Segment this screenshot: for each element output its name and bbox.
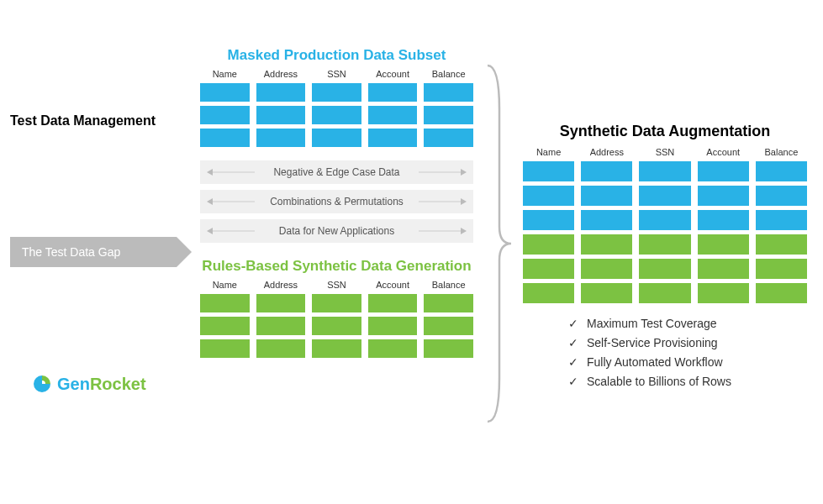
table-row [523, 210, 807, 230]
benefit-item: Scalable to Billions of Rows [568, 375, 807, 388]
gap-item: Data for New Applications [200, 219, 473, 243]
table-row [200, 339, 473, 358]
col-header: Name [200, 280, 250, 290]
col-header: Account [368, 69, 418, 79]
table-row [523, 283, 807, 303]
table-row [200, 83, 473, 102]
gap-item: Negative & Edge Case Data [200, 160, 473, 184]
diagram-container: Test Data Management The Test Data Gap G… [0, 0, 823, 504]
augmentation-title: Synthetic Data Augmentation [523, 123, 807, 140]
genrocket-logo: GenRocket [32, 374, 146, 394]
col-header: SSN [639, 147, 690, 157]
table-row [200, 129, 473, 147]
col-header: Name [200, 69, 250, 79]
gap-items-list: Negative & Edge Case Data Combinations &… [200, 160, 473, 243]
benefit-item: Self-Service Provisioning [568, 336, 807, 349]
synthetic-gen-table: Name Address SSN Account Balance [200, 280, 473, 358]
benefits-list: Maximum Test Coverage Self-Service Provi… [568, 317, 807, 388]
genrocket-icon [32, 374, 52, 394]
table-row [523, 161, 807, 181]
brace-icon [481, 59, 514, 428]
table-row [523, 234, 807, 255]
col-header: Balance [424, 69, 473, 79]
augmentation-table: Name Address SSN Account Balance [523, 147, 807, 303]
benefit-item: Maximum Test Coverage [568, 317, 807, 330]
masked-data-title: Masked Production Data Subset [200, 47, 473, 64]
col-header: Address [581, 147, 632, 157]
benefit-item: Fully Automated Workflow [568, 355, 807, 369]
col-header: Account [368, 280, 418, 290]
test-data-gap-arrow: The Test Data Gap [10, 237, 177, 267]
col-header: SSN [312, 69, 361, 79]
masked-data-table: Name Address SSN Account Balance [200, 69, 473, 147]
col-header: Address [256, 69, 306, 79]
col-header: Account [698, 147, 749, 157]
synthetic-gen-title: Rules-Based Synthetic Data Generation [200, 258, 473, 275]
col-header: Address [256, 280, 306, 290]
table-row [523, 186, 807, 206]
col-header: Balance [424, 280, 473, 290]
col-header: SSN [312, 280, 361, 290]
col-header: Balance [756, 147, 807, 157]
table-row [200, 294, 473, 312]
table-row [200, 106, 473, 124]
table-row [200, 317, 473, 335]
test-data-management-label: Test Data Management [10, 113, 156, 129]
col-header: Name [523, 147, 574, 157]
gap-item: Combinations & Permutations [200, 190, 473, 213]
gap-arrow-label: The Test Data Gap [22, 245, 120, 259]
logo-text: GenRocket [57, 375, 146, 394]
table-row [523, 259, 807, 279]
center-column: Masked Production Data Subset Name Addre… [200, 47, 473, 358]
right-column: Synthetic Data Augmentation Name Address… [523, 123, 807, 388]
